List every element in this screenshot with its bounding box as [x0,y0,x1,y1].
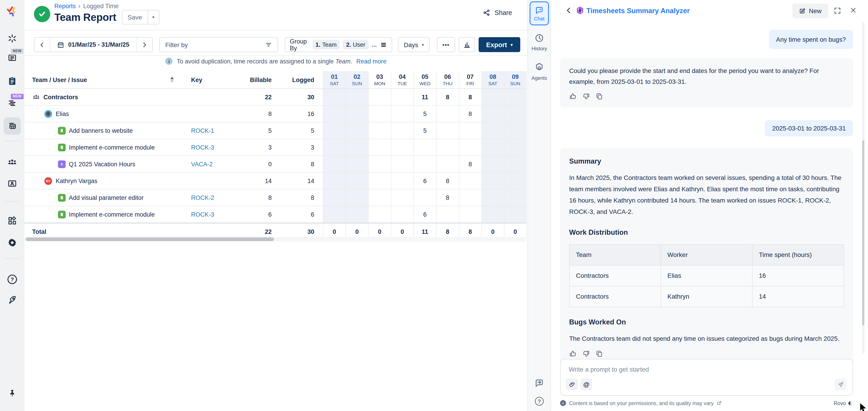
apps-icon[interactable] [7,216,17,226]
breadcrumb-reports-link[interactable]: Reports [54,3,76,9]
day-cell [481,206,504,223]
tab-history-label[interactable]: History [532,46,547,51]
vacation-issue-icon [58,160,66,168]
day-cell [368,106,391,122]
group-by-control[interactable]: Group By 1.Team 2.User ... [285,37,392,52]
copy-icon[interactable] [595,350,603,357]
day-column-header: 05WED [413,71,436,88]
table-row-issue[interactable]: Add visual parameter editor ROCK-2 8 8 8 [25,189,527,206]
export-button[interactable]: Export▾ [478,37,520,52]
mention-icon[interactable]: @ [581,378,592,390]
issue-key-link[interactable]: VACA-2 [186,156,231,172]
save-split-button[interactable]: Save ▾ [122,10,159,25]
prompt-box: @ [560,359,853,395]
chevron-down-icon: ▾ [422,42,424,47]
group-more[interactable]: ... [372,41,377,48]
group-menu-icon[interactable] [380,41,387,48]
back-icon[interactable] [565,6,573,14]
work-table-header: Team [569,244,661,265]
column-header-billable[interactable]: Billable [231,71,274,88]
thumbs-up-icon[interactable] [569,92,577,100]
group-by-label: Group By [290,38,309,52]
day-cell [323,139,345,155]
next-period-button[interactable] [137,38,152,52]
teams-icon[interactable] [7,157,18,167]
thumbs-down-icon[interactable] [582,350,590,357]
thumbs-up-icon[interactable] [569,350,577,357]
tab-agents-label[interactable]: Agents [532,75,547,81]
pin-icon[interactable] [8,389,17,398]
help-icon[interactable]: ? [7,274,17,284]
clipboard-icon[interactable] [7,76,17,86]
save-dropdown-button[interactable]: ▾ [147,10,159,24]
close-icon[interactable] [850,7,857,13]
day-cell [368,139,391,155]
issue-key-link[interactable]: ROCK-3 [186,206,231,223]
rocket-icon[interactable] [7,295,17,305]
day-cell: 6 [413,206,436,223]
day-cell: 8 [459,89,481,105]
tab-agents[interactable] [534,62,544,72]
chat-sparkle-icon [535,6,544,14]
column-header-key[interactable]: Key [186,71,231,88]
thumbs-down-icon[interactable] [582,92,590,100]
table-row-user[interactable]: KV Kathryn Vargas 14 14 68 [25,173,527,189]
day-cell [413,139,436,155]
table-row-issue[interactable]: Add banners to website ROCK-1 5 5 5 [25,122,527,139]
tab-chat-active[interactable]: Chat [530,1,549,25]
day-column-header: 08SAT [481,71,504,88]
day-cell [504,156,527,172]
external-link-icon[interactable] [717,401,722,406]
issue-key-link[interactable]: ROCK-2 [186,189,231,206]
table-row-issue[interactable]: Implement e-commerce module ROCK-3 3 3 [25,139,527,156]
user-message: 2025-03-01 to 2025-03-31 [765,120,853,137]
day-cell [368,122,391,139]
chat-scrollbar[interactable] [862,22,864,353]
issue-key-link[interactable]: ROCK-3 [186,139,231,155]
attach-icon[interactable] [566,378,578,390]
day-cell [368,206,391,223]
group-chip-team[interactable]: 1.Team [312,40,340,49]
table-row-issue[interactable]: Implement e-commerce module ROCK-3 6 6 6 [25,206,527,223]
column-header-name[interactable]: Team / User / Issue [25,71,186,88]
period-select[interactable]: Days▾ [398,37,430,52]
chart-view-button[interactable] [459,37,475,52]
issue-key-link[interactable]: ROCK-1 [186,122,231,139]
prev-period-button[interactable] [34,38,50,52]
overflow-menu-button[interactable]: ••• [437,37,455,52]
send-icon[interactable] [835,378,846,390]
chat-scrollbar-thumb[interactable] [862,141,864,325]
horizontal-scrollbar-thumb[interactable] [26,237,274,241]
copy-icon[interactable] [595,92,603,100]
horizontal-scrollbar[interactable] [25,237,527,241]
table-row-issue[interactable]: Q1 2025 Vacation Hours VACA-2 0 8 8 [25,156,527,173]
tempo-logo-icon[interactable] [6,5,19,18]
chevron-down-icon: ▾ [510,42,513,47]
accounts-icon[interactable] [7,179,17,188]
filter-by-field[interactable]: Filter by [159,37,278,52]
reports-icon-active[interactable] [4,117,21,135]
table-row-team[interactable]: Contractors 22 30 1188 [25,89,527,106]
table-row-user[interactable]: Elias 8 16 58 [25,106,527,122]
day-cell [345,173,368,189]
summary-text: In March 2025, the Contractors team work… [569,172,844,217]
activity-burst-icon[interactable] [7,33,17,43]
date-range-button[interactable]: 01/Mar/25 - 31/Mar/25 [50,38,137,52]
calendar-icon [57,41,64,48]
column-header-logged[interactable]: Logged [274,71,317,88]
group-chip-user[interactable]: 2.User [343,40,369,49]
tab-history[interactable] [534,33,544,43]
new-chat-button[interactable]: New [793,4,828,18]
prompt-input[interactable] [568,365,841,378]
day-cell: 8 [436,189,459,206]
settings-gear-icon[interactable] [7,237,18,248]
feedback-icon[interactable] [534,378,544,388]
read-more-link[interactable]: Read more [356,58,387,65]
save-button[interactable]: Save [122,10,147,24]
fullscreen-icon[interactable] [834,7,841,14]
share-button[interactable]: Share [483,9,512,17]
sort-icon[interactable] [170,77,174,83]
agent-title[interactable]: Timesheets Summary Analyzer [586,7,690,15]
rail-help-icon[interactable]: ? [535,397,544,406]
day-cell [345,106,368,122]
